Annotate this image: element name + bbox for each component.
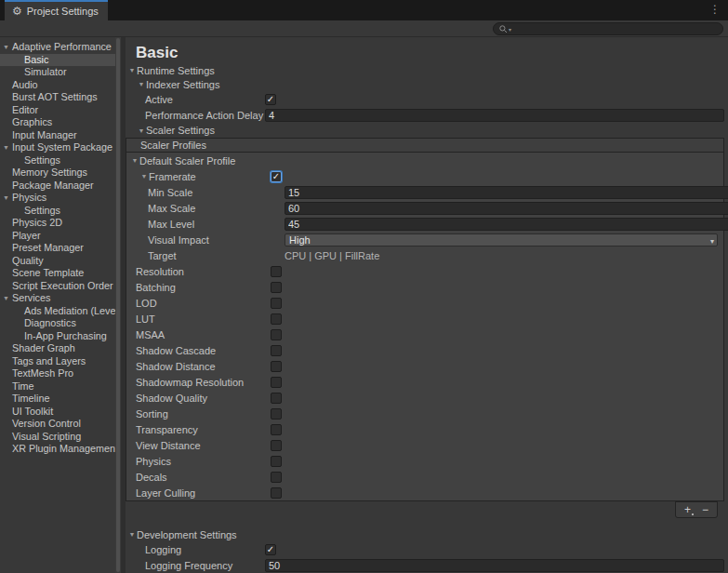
scaler-row-layer-culling[interactable]: Layer Culling <box>126 485 723 500</box>
sidebar-item-version-control[interactable]: Version Control <box>0 418 115 431</box>
sidebar-item-adaptive-performance[interactable]: ▼Adaptive Performance <box>0 41 115 54</box>
max-scale-input[interactable] <box>285 202 728 215</box>
max-level-input[interactable] <box>285 218 728 231</box>
sidebar-item-label: Settings <box>24 205 60 216</box>
sidebar-item-label: TextMesh Pro <box>12 367 73 379</box>
sidebar-item-script-execution-order[interactable]: Script Execution Order <box>0 280 115 293</box>
sidebar-scrollbar-thumb[interactable] <box>116 38 120 572</box>
sidebar-item-textmesh-pro[interactable]: TextMesh Pro <box>0 367 115 380</box>
sidebar-item-audio[interactable]: Audio <box>0 79 115 92</box>
msaa-checkbox[interactable] <box>271 329 282 340</box>
sidebar-item-scene-template[interactable]: Scene Template <box>0 267 115 280</box>
sidebar-item-graphics[interactable]: Graphics <box>0 116 115 129</box>
scaler-row-decals[interactable]: Decals <box>126 469 723 485</box>
physics-checkbox[interactable] <box>271 456 282 467</box>
sidebar-item-input-manager[interactable]: Input Manager <box>0 129 115 142</box>
sidebar-item-tags-and-layers[interactable]: Tags and Layers <box>0 355 115 368</box>
sidebar-item-services[interactable]: ▼Services <box>0 292 115 305</box>
sidebar-item-diagnostics[interactable]: Diagnostics <box>0 317 115 330</box>
field-row-max-level: Max Level <box>126 216 723 232</box>
shadow-cascade-checkbox[interactable] <box>271 345 282 356</box>
sidebar-item-time[interactable]: Time <box>0 380 115 393</box>
scaler-row-physics[interactable]: Physics <box>126 453 723 469</box>
add-button[interactable]: + <box>684 504 691 515</box>
sorting-checkbox[interactable] <box>271 408 282 420</box>
batching-checkbox[interactable] <box>271 282 282 293</box>
sidebar-item-basic[interactable]: Basic <box>0 54 115 67</box>
sidebar-item-editor[interactable]: Editor <box>0 104 115 117</box>
scaler-row-sorting[interactable]: Sorting <box>126 406 723 421</box>
scaler-row-msaa[interactable]: MSAA <box>126 326 723 342</box>
foldout-indexer-settings[interactable]: ▼ Indexer Settings <box>126 77 728 91</box>
search-icon <box>499 25 508 33</box>
dropdown-value: High <box>289 234 311 246</box>
scaler-row-transparency[interactable]: Transparency <box>126 421 723 437</box>
sidebar-item-timeline[interactable]: Timeline <box>0 393 115 406</box>
resolution-checkbox[interactable] <box>271 266 282 277</box>
transparency-checkbox[interactable] <box>271 424 282 435</box>
sidebar-item-ads-mediation-level[interactable]: Ads Mediation (Level <box>0 305 115 318</box>
framerate-checkbox[interactable]: ✓ <box>271 171 282 182</box>
foldout-arrow-icon: ▼ <box>3 41 9 54</box>
field-row-visual-impact: Visual ImpactHigh▾ <box>126 232 723 247</box>
sidebar-scrollbar[interactable] <box>115 37 121 573</box>
search-input[interactable] <box>511 23 717 34</box>
scaler-row-shadow-distance[interactable]: Shadow Distance <box>126 358 723 374</box>
sidebar-item-preset-manager[interactable]: Preset Manager <box>0 242 115 255</box>
scaler-row-batching[interactable]: Batching <box>126 279 723 295</box>
foldout-scaler-settings[interactable]: ▼ Scaler Settings <box>126 123 728 138</box>
sidebar-item-label: Visual Scripting <box>12 431 81 442</box>
min-scale-input[interactable] <box>285 186 728 199</box>
logging-frequency-input[interactable] <box>265 559 724 572</box>
foldout-framerate[interactable]: ▼ Framerate ✓ <box>126 168 723 184</box>
sidebar-item-package-manager[interactable]: Package Manager <box>0 180 115 193</box>
scaler-row-shadowmap-resolution[interactable]: Shadowmap Resolution <box>126 374 723 390</box>
lut-checkbox[interactable] <box>271 313 282 325</box>
sidebar-item-label: Physics <box>12 192 46 203</box>
scaler-row-resolution[interactable]: Resolution <box>126 263 723 279</box>
search-field[interactable]: ▾ <box>493 22 723 35</box>
view-distance-checkbox[interactable] <box>271 440 282 451</box>
logging-checkbox[interactable]: ✓ <box>265 544 276 555</box>
sidebar-item-player[interactable]: Player <box>0 230 115 243</box>
shadow-distance-checkbox[interactable] <box>271 361 282 372</box>
lod-checkbox[interactable] <box>271 298 282 309</box>
visual-impact-dropdown[interactable]: High▾ <box>285 233 718 247</box>
performance-action-delay-input[interactable] <box>265 109 724 122</box>
sidebar-item-ui-toolkit[interactable]: UI Toolkit <box>0 406 115 419</box>
scaler-row-lut[interactable]: LUT <box>126 311 723 326</box>
tab-project-settings[interactable]: ⚙ Project Settings <box>5 0 108 20</box>
sidebar-item-quality[interactable]: Quality <box>0 255 115 268</box>
scaler-row-lod[interactable]: LOD <box>126 295 723 311</box>
sidebar-item-visual-scripting[interactable]: Visual Scripting <box>0 431 115 444</box>
sidebar-item-shader-graph[interactable]: Shader Graph <box>0 342 115 355</box>
sidebar-item-settings[interactable]: Settings <box>0 154 115 167</box>
tab-bar: ⚙ Project Settings ⋮ <box>0 0 728 20</box>
remove-button[interactable]: − <box>702 504 708 515</box>
sidebar-item-simulator[interactable]: Simulator <box>0 66 115 79</box>
sidebar-item-memory-settings[interactable]: Memory Settings <box>0 167 115 180</box>
layer-culling-checkbox[interactable] <box>271 487 282 499</box>
kebab-menu-icon[interactable]: ⋮ <box>709 3 721 16</box>
sidebar-item-xr-plugin-management[interactable]: XR Plugin Management <box>0 443 115 456</box>
sidebar-item-in-app-purchasing[interactable]: In-App Purchasing <box>0 330 115 343</box>
gear-icon: ⚙ <box>12 6 22 17</box>
shadowmap-resolution-checkbox[interactable] <box>271 377 282 388</box>
sidebar-item-physics-2d[interactable]: Physics 2D <box>0 217 115 230</box>
sidebar-item-physics[interactable]: ▼Physics <box>0 192 115 205</box>
foldout-runtime-settings[interactable]: ▼ Runtime Settings <box>126 63 728 77</box>
foldout-development-settings[interactable]: ▼ Development Settings <box>126 527 728 541</box>
decals-checkbox[interactable] <box>271 472 282 483</box>
property-row-active: Active ✓ <box>126 91 728 107</box>
shadow-quality-checkbox[interactable] <box>271 393 282 404</box>
scaler-row-view-distance[interactable]: View Distance <box>126 437 723 453</box>
active-checkbox[interactable]: ✓ <box>265 94 276 105</box>
scaler-row-shadow-quality[interactable]: Shadow Quality <box>126 390 723 406</box>
scaler-label: Resolution <box>126 266 184 277</box>
sidebar-item-label: Script Execution Order <box>12 280 113 291</box>
foldout-default-scaler-profile[interactable]: ▼ Default Scaler Profile <box>126 153 723 168</box>
scaler-row-shadow-cascade[interactable]: Shadow Cascade <box>126 342 723 358</box>
sidebar-item-burst-aot-settings[interactable]: Burst AOT Settings <box>0 91 115 104</box>
sidebar-item-settings[interactable]: Settings <box>0 205 115 218</box>
sidebar-item-input-system-package[interactable]: ▼Input System Package <box>0 141 115 154</box>
